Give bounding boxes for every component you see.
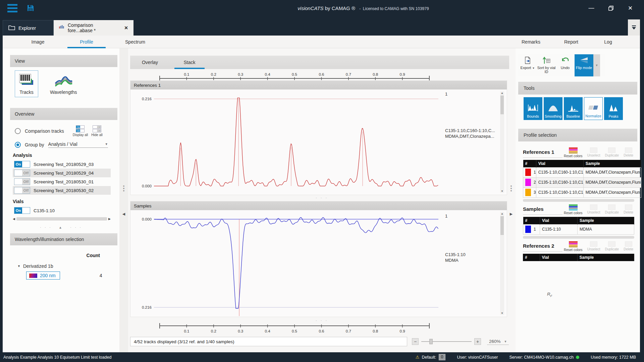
comparison-tracks-radio[interactable] bbox=[15, 128, 21, 134]
normalize-tool-button[interactable]: Normalize bbox=[584, 97, 603, 120]
save-icon[interactable] bbox=[27, 4, 34, 12]
samples-chart-header[interactable]: Samples bbox=[130, 201, 507, 210]
analysis-row[interactable]: Off Screening Test_20180530_02 bbox=[13, 186, 111, 195]
export-button[interactable]: Export ▼ bbox=[518, 54, 537, 76]
table-row[interactable]: 1 C135-1:10 MDMA bbox=[523, 224, 634, 234]
collapse-left-icon[interactable]: ◀ bbox=[122, 212, 125, 216]
duplicate-button[interactable]: Duplicate bbox=[605, 147, 619, 158]
color-swatch[interactable] bbox=[525, 179, 531, 186]
tab-close-icon[interactable]: ✕ bbox=[124, 25, 128, 31]
chart-splitter[interactable]: · · · bbox=[316, 318, 328, 322]
analysis-toggle[interactable]: Off bbox=[14, 170, 30, 176]
scroll-up-icon[interactable]: ▲ bbox=[500, 212, 504, 215]
hide-all-button[interactable]: Off Off Hide all bbox=[91, 125, 102, 137]
analysis-row[interactable]: On Screening Test_20180529_03 bbox=[13, 160, 111, 169]
baseline-tool-button[interactable]: Baseline bbox=[564, 97, 583, 120]
view-wavelengths-button[interactable]: Wavelengths bbox=[47, 70, 80, 97]
samples-plot[interactable]: 0.0000.216 bbox=[130, 210, 438, 316]
subtab-image[interactable]: Image bbox=[13, 36, 63, 48]
chart-splitter[interactable]: · · · bbox=[316, 196, 328, 200]
tab-document[interactable]: Comparison fore...abase * ✕ bbox=[54, 20, 133, 36]
scroll-down-icon[interactable]: ▼ bbox=[500, 312, 504, 315]
vial-toggle[interactable]: On bbox=[14, 207, 30, 214]
server-status: Server: CM414MO-W10.camag.ch bbox=[509, 355, 579, 360]
wavelength-group-node[interactable]: ▼ Derivatized 1b bbox=[17, 263, 119, 269]
zoom-slider-thumb[interactable] bbox=[429, 339, 433, 344]
tab-filter-button[interactable] bbox=[628, 19, 640, 36]
references1-plot[interactable]: 0.2160.000 bbox=[130, 89, 438, 195]
svg-text:0.9: 0.9 bbox=[400, 329, 405, 333]
color-swatch[interactable] bbox=[525, 226, 531, 233]
overlay-stack-tabs: Overlay Stack bbox=[130, 56, 509, 69]
delete-button[interactable]: Delete bbox=[624, 241, 633, 252]
toolbar-overflow-button[interactable]: ▼ bbox=[593, 54, 600, 76]
tab-stack[interactable]: Stack bbox=[170, 56, 209, 69]
collapse-right-icon[interactable]: ▶ bbox=[510, 212, 513, 216]
group-by-dropdown[interactable]: Analysis / Vial ▼ bbox=[48, 141, 108, 148]
reset-colors-button[interactable]: Reset colors bbox=[564, 147, 583, 158]
restore-button[interactable] bbox=[605, 3, 616, 13]
references1-chart-header[interactable]: References 1 bbox=[130, 81, 507, 89]
minimize-button[interactable]: — bbox=[586, 3, 597, 13]
zoom-out-button[interactable]: − bbox=[412, 338, 419, 345]
table-row[interactable]: 3 C135-1:10,C160-1:10,C1 MDMA,DMT,Clonaz… bbox=[523, 187, 641, 197]
reset-colors-button[interactable]: Reset colors bbox=[564, 204, 583, 215]
status-bar: Analysis Example Analysis 10 Equisetum L… bbox=[0, 352, 644, 362]
zoom-in-button[interactable]: + bbox=[474, 338, 481, 345]
samples-vscrollbar[interactable]: ▲ ▼ bbox=[500, 212, 504, 315]
scroll-left-icon[interactable]: ◀ bbox=[13, 217, 15, 221]
zoom-level-dropdown[interactable]: 260% ▼ bbox=[487, 338, 509, 345]
unselect-button[interactable]: Unselect bbox=[587, 204, 600, 215]
display-all-button[interactable]: On On Display all bbox=[73, 125, 88, 137]
samples-hscrollbar[interactable] bbox=[523, 236, 634, 239]
analysis-row[interactable]: Off Screening Test_20180530_01 bbox=[13, 177, 111, 186]
svg-text:0.8: 0.8 bbox=[373, 329, 378, 333]
zoom-slider[interactable] bbox=[421, 338, 472, 345]
bounds-tool-button[interactable]: Bounds bbox=[524, 97, 542, 120]
reset-colors-icon bbox=[569, 241, 578, 247]
analysis-toggle[interactable]: On bbox=[14, 161, 30, 168]
overview-hscrollbar[interactable]: ◀ ▶ bbox=[13, 217, 111, 221]
vial-row[interactable]: On C135-1:10 bbox=[13, 206, 111, 215]
menu-icon[interactable] bbox=[7, 4, 17, 12]
default-printer-status[interactable]: ⚠ Default: 0 bbox=[416, 354, 446, 360]
duplicate-button[interactable]: Duplicate bbox=[605, 241, 619, 252]
group-by-radio[interactable] bbox=[15, 142, 21, 148]
view-tracks-button[interactable]: Tracks bbox=[15, 70, 38, 97]
scroll-down-icon[interactable]: ▼ bbox=[500, 190, 504, 193]
tree-collapse-icon[interactable]: ▼ bbox=[17, 264, 20, 268]
delete-button[interactable]: Delete bbox=[624, 204, 633, 215]
close-button[interactable]: ✕ bbox=[625, 3, 636, 13]
reset-colors-button[interactable]: Reset colors bbox=[564, 241, 583, 252]
undo-button[interactable]: Undo bbox=[556, 54, 575, 76]
scroll-right-icon[interactable]: ▶ bbox=[108, 217, 111, 221]
color-swatch[interactable] bbox=[525, 189, 531, 196]
table-row[interactable]: 1 C135-1:10,C160-1:10,C1 MDMA,DMT,Clonaz… bbox=[523, 167, 641, 177]
references1-hscrollbar[interactable] bbox=[523, 199, 634, 202]
right-splitter-handle[interactable]: ●●● ▶ bbox=[507, 48, 516, 352]
tab-overlay[interactable]: Overlay bbox=[130, 56, 170, 69]
duplicate-button[interactable]: Duplicate bbox=[605, 204, 619, 215]
analysis-row[interactable]: Off Screening Test_20180529_04 bbox=[13, 169, 111, 177]
references1-vscrollbar[interactable]: ▲ ▼ bbox=[500, 92, 504, 193]
tab-explorer[interactable]: Explorer bbox=[3, 20, 54, 36]
subtab-profile[interactable]: Profile bbox=[61, 36, 112, 48]
unselect-button[interactable]: Unselect bbox=[587, 147, 600, 158]
analysis-toggle[interactable]: Off bbox=[14, 178, 30, 185]
wavelength-200nm-button[interactable]: 200 nm bbox=[26, 272, 60, 280]
table-row[interactable]: 2 C135-1:10,C160-1:10,C1 MDMA,DMT,Clonaz… bbox=[523, 177, 641, 187]
flip-mode-button[interactable]: Flip mode bbox=[575, 54, 593, 76]
analysis-toggle[interactable]: Off bbox=[14, 187, 30, 194]
tab-strip: Explorer Comparison fore...abase * ✕ bbox=[0, 16, 644, 36]
panel-splitter[interactable]: · · · ▲ · · · bbox=[3, 226, 119, 229]
scroll-up-icon[interactable]: ▲ bbox=[500, 92, 504, 95]
sort-by-vial-id-button[interactable]: Sort by vial ID bbox=[537, 54, 556, 76]
subtab-log[interactable]: Log bbox=[583, 36, 633, 48]
delete-button[interactable]: Delete bbox=[624, 147, 633, 158]
unselect-button[interactable]: Unselect bbox=[587, 241, 600, 252]
peaks-tool-button[interactable]: Peaks bbox=[604, 97, 623, 120]
left-splitter[interactable]: ●●● ◀ bbox=[119, 48, 128, 352]
color-swatch[interactable] bbox=[525, 169, 531, 176]
smoothing-tool-button[interactable]: Smoothing bbox=[544, 97, 562, 120]
subtab-spectrum[interactable]: Spectrum bbox=[110, 36, 160, 48]
